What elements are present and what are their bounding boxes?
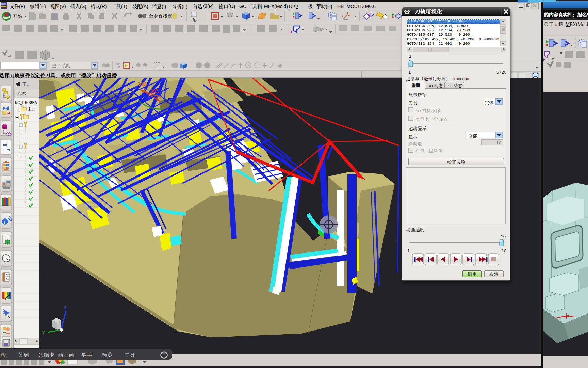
svg-text:未月: 未月 [27,106,36,112]
svg-text:整个装配: 整个装配 [52,62,71,69]
svg-text:工..: 工.. [22,80,29,87]
svg-text:ZC: ZC [161,78,167,83]
svg-text:开始: 开始 [13,13,22,19]
svg-text:NC_PROGRA: NC_PROGRA [15,101,37,105]
svg-text:Y: Y [42,329,45,335]
svg-text:刀轨可视化: 刀轨可视化 [415,7,442,15]
svg-text:i: i [4,219,5,225]
svg-text:XM: XM [138,81,147,88]
svg-text:»: » [560,49,562,56]
svg-text:命令查找器: 命令查找器 [148,13,172,19]
svg-text:XC: XC [151,88,159,95]
svg-text:i: i [192,11,193,17]
svg-text:Z: Z [64,304,67,311]
svg-text:名称: 名称 [17,90,26,97]
